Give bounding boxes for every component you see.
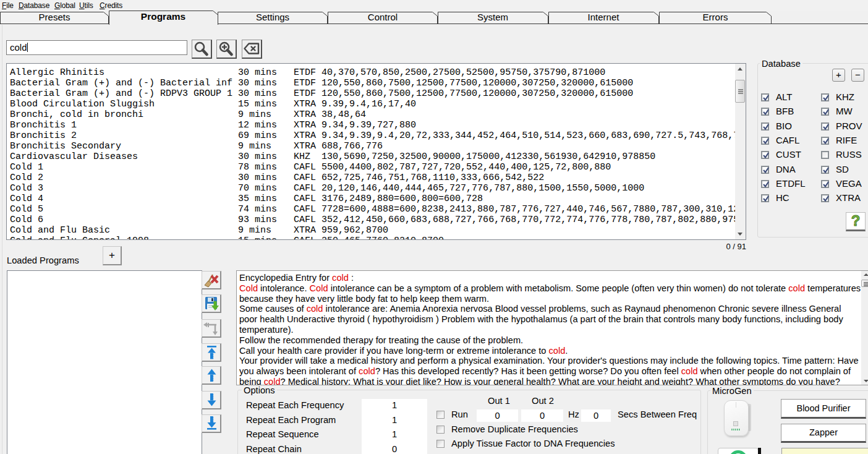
svg-text:?: ?: [851, 213, 861, 229]
